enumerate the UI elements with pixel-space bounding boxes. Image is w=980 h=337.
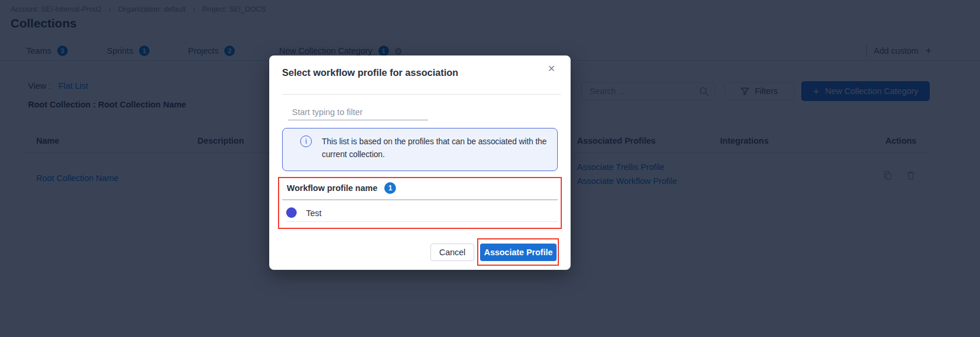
info-banner-text: This list is based on the profiles that … [322,135,555,161]
select-workflow-profile-modal: Select workflow profile for association … [269,55,571,270]
profile-list-item-test[interactable]: Test [279,204,561,224]
info-banner: i This list is based on the profiles tha… [282,128,558,171]
profile-filter-input[interactable] [288,105,428,120]
workflow-profile-list-annotation-box: Workflow profile name 1 Test [278,177,562,229]
info-icon: i [300,136,312,147]
profile-list-header: Workflow profile name 1 [287,182,396,194]
divider [282,199,558,200]
count-badge: 1 [384,182,396,194]
profile-list-header-label: Workflow profile name [287,183,377,193]
cancel-button[interactable]: Cancel [430,244,474,261]
profile-item-label: Test [306,209,322,218]
divider [282,94,561,95]
divider [286,221,558,222]
modal-title: Select workflow profile for association [282,67,458,78]
close-icon[interactable]: ✕ [544,62,559,75]
selected-profile-dot-icon [286,207,297,218]
associate-profile-button[interactable]: Associate Profile [480,244,557,261]
